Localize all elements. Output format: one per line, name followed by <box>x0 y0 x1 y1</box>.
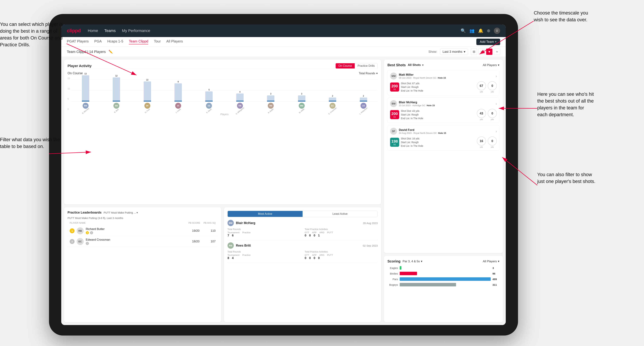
shot-yards-2a: 43 yds <box>477 109 486 120</box>
chevron-down-icon-6: ▾ <box>421 260 422 263</box>
search-icon[interactable]: 🔍 <box>460 28 466 33</box>
active-practice-group-2: Total Practice Activities GTT APP ARG PU… <box>305 250 378 260</box>
pars-bar-container <box>400 277 491 281</box>
sub-nav-tour[interactable]: Tour <box>154 39 161 44</box>
bar-value-10: 2 <box>363 95 364 97</box>
practice-activities-label-1: Total Practice Activities <box>305 228 378 230</box>
putt-sub-1: PUTT <box>327 231 333 234</box>
scoring-row-pars: Pars 499 <box>388 277 500 281</box>
bar-value-1: 13 <box>84 72 86 75</box>
active-player-name-2: Rees Britt <box>236 244 361 247</box>
top-nav: clippd Home Teams My Performance 🔍 👥 🔔 ⊕… <box>61 24 506 37</box>
birdies-bar <box>400 272 417 275</box>
chevron-right-3[interactable]: › <box>496 129 497 133</box>
avatar[interactable]: U <box>494 28 500 34</box>
tablet-screen: clippd Home Teams My Performance 🔍 👥 🔔 ⊕… <box>61 24 506 325</box>
eagles-label: Eagles <box>388 267 398 269</box>
yards-circle-3b: 0 <box>488 137 497 146</box>
add-team-button[interactable]: Add Team + <box>476 39 500 45</box>
all-players-dropdown[interactable]: All Players ▾ <box>483 63 500 67</box>
rounds-values-2: 8 4 <box>228 256 300 260</box>
most-active-card: Most Active Least Active BM Blair McHarg… <box>224 207 381 322</box>
bogeys-bar <box>400 283 456 286</box>
practice-drills-toggle[interactable]: Practice Drills <box>355 63 378 68</box>
scoring-players-filter[interactable]: All Players ▾ <box>483 260 500 263</box>
scoring-card: Scoring Par 3, 4 & 5s ▾ All Players ▾ Ea… <box>384 256 503 322</box>
lb-name-2: Edward Crossman <box>86 238 184 241</box>
nav-teams[interactable]: Teams <box>104 28 116 33</box>
yards-circle-3a: 16 <box>477 137 486 146</box>
nav-my-performance[interactable]: My Performance <box>122 28 150 33</box>
leaderboard-dropdown[interactable]: PUTT Must Make Putting ... ▾ <box>104 211 138 214</box>
chevron-right-2[interactable]: › <box>496 102 497 106</box>
nav-home[interactable]: Home <box>88 28 98 33</box>
active-player-card-2: RB Rees Britt 02 Sep 2023 Total Rounds T… <box>228 242 378 263</box>
rank-badge-gold: ★ <box>86 231 89 234</box>
least-active-tab[interactable]: Least Active <box>302 211 378 217</box>
bar-4-highlight <box>174 101 182 102</box>
nav-items: Home Teams My Performance <box>88 28 454 33</box>
lb-player-info-1: Richard Butler ★ 1 <box>86 227 184 234</box>
arg-val-1: 0 <box>314 234 315 237</box>
bar-2 <box>113 77 120 102</box>
bar-6 <box>236 93 244 102</box>
sub-nav-pga[interactable]: PGA <box>94 39 102 44</box>
avatar-bar-7: RB R. Butler <box>256 103 285 112</box>
scoring-par-filter[interactable]: Par 3, 4 & 5s ▾ <box>402 260 422 263</box>
on-course-toggle[interactable]: On Course <box>336 63 355 68</box>
most-active-tab[interactable]: Most Active <box>228 211 302 217</box>
tournament-sub-2: Tournament <box>228 254 240 256</box>
shot-badge-label-2: SG <box>394 116 396 118</box>
bogeys-label: Bogeys <box>388 283 398 286</box>
y-label-5: 5 <box>68 98 70 100</box>
yards-label-2a: yds <box>480 118 483 120</box>
shot-player-info-1: Matt Miller 09 Jun 2023 · Royal North De… <box>399 73 494 79</box>
bogeys-value: 311 <box>492 283 500 286</box>
practice-activities-label-2: Total Practice Activities <box>305 250 378 253</box>
filter-view-btn[interactable]: ≈ <box>494 49 500 55</box>
sub-nav-all-players[interactable]: All Players <box>166 39 183 44</box>
yards-label-1b: yds <box>491 91 494 93</box>
bell-icon[interactable]: 🔔 <box>478 28 483 33</box>
rounds-values-1: 7 6 <box>228 234 300 237</box>
all-shots-filter[interactable]: All Shots <box>408 63 421 67</box>
practice-sub-2: Practice <box>242 254 250 256</box>
chevron-down-icon-3: ▾ <box>136 211 138 214</box>
bar-3-highlight <box>144 101 151 102</box>
view-icons: ⊞ ≡ ♥ ≈ <box>471 49 500 55</box>
bar-value-7: 3 <box>270 93 272 95</box>
avatar-bar-10: LR L. Robertson <box>349 103 378 112</box>
scoring-players-label: All Players <box>483 260 497 263</box>
bar-8-highlight <box>298 101 306 102</box>
sub-nav-team-clippd[interactable]: Team Clippd <box>129 39 148 44</box>
player-activity-card: Player Activity On Course Practice Drill… <box>64 60 381 204</box>
active-avatar-1: BM <box>228 220 234 226</box>
bar-1-highlight <box>82 101 89 102</box>
avatar-bar-6: OB O. Billingham <box>226 103 254 112</box>
people-icon[interactable]: 👥 <box>469 28 474 33</box>
shot-card-3: DF David Ford 24 Aug 2023 · Royal North … <box>388 125 500 151</box>
putt-sub-2: PUTT <box>327 254 333 256</box>
bar-group-3: 10 <box>133 79 161 102</box>
team-header: Team Clippd | 14 Players ✏️ Show: Last 3… <box>61 47 506 57</box>
lb-col-avg: PB AVG SQ <box>202 222 216 224</box>
grid-view-btn[interactable]: ⊞ <box>471 49 477 55</box>
y-axis: 15 10 5 0 <box>68 77 70 110</box>
list-view-btn[interactable]: ≡ <box>478 49 485 55</box>
chevron-right-1[interactable]: › <box>496 74 497 78</box>
active-player-header-1: BM Blair McHarg 26 Aug 2023 <box>228 220 378 226</box>
lb-avatar-1: RB <box>77 227 84 234</box>
edit-icon[interactable]: ✏️ <box>108 50 113 54</box>
plus-circle-icon[interactable]: ⊕ <box>487 28 490 33</box>
rounds-sub-2: Tournament Practice <box>228 254 300 256</box>
sub-nav-hcaps[interactable]: Hcaps 1-5 <box>107 39 123 44</box>
heart-view-btn[interactable]: ♥ <box>486 49 492 55</box>
show-dropdown[interactable]: Last 3 months ▾ <box>440 49 468 55</box>
sub-nav-pgat[interactable]: PGAT Players <box>67 39 89 44</box>
shot-details-2: 200 SG Shot Dist: 43 yds Start Lie: Roug… <box>390 109 497 120</box>
scoring-chart: Eagles 3 Birdies 96 <box>388 266 500 286</box>
scoring-title: Scoring <box>388 259 400 263</box>
bar-5 <box>205 91 212 102</box>
leaderboard-card: Practice Leaderboards PUTT Must Make Put… <box>64 207 221 322</box>
shot-player-info-2: Blair McHarg 23 Jul 2023 · Ashridge GC H… <box>399 101 494 107</box>
